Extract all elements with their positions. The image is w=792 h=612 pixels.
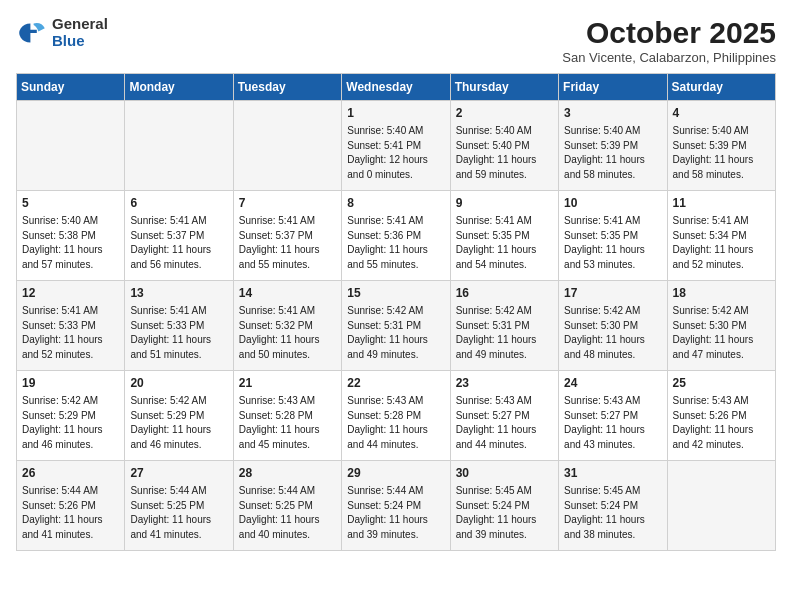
day-number: 25 [673,375,770,392]
day-info: Daylight: 11 hours [673,243,770,258]
day-number: 2 [456,105,553,122]
day-info: Sunset: 5:34 PM [673,229,770,244]
day-info: and 46 minutes. [22,438,119,453]
day-number: 10 [564,195,661,212]
calendar-cell: 31Sunrise: 5:45 AMSunset: 5:24 PMDayligh… [559,461,667,551]
day-number: 9 [456,195,553,212]
day-info: and 53 minutes. [564,258,661,273]
calendar-cell: 17Sunrise: 5:42 AMSunset: 5:30 PMDayligh… [559,281,667,371]
day-number: 23 [456,375,553,392]
day-info: Sunset: 5:35 PM [564,229,661,244]
day-number: 3 [564,105,661,122]
day-info: Sunrise: 5:43 AM [673,394,770,409]
day-info: Daylight: 11 hours [673,423,770,438]
weekday-header: Wednesday [342,74,450,101]
day-info: Sunrise: 5:42 AM [130,394,227,409]
day-info: Daylight: 11 hours [22,423,119,438]
day-info: Daylight: 11 hours [564,243,661,258]
day-number: 16 [456,285,553,302]
day-info: Sunset: 5:28 PM [347,409,444,424]
calendar-cell: 22Sunrise: 5:43 AMSunset: 5:28 PMDayligh… [342,371,450,461]
day-info: and 42 minutes. [673,438,770,453]
calendar-cell: 13Sunrise: 5:41 AMSunset: 5:33 PMDayligh… [125,281,233,371]
day-info: Sunrise: 5:40 AM [347,124,444,139]
day-info: Sunrise: 5:42 AM [564,304,661,319]
calendar-cell: 26Sunrise: 5:44 AMSunset: 5:26 PMDayligh… [17,461,125,551]
day-number: 30 [456,465,553,482]
calendar-cell: 18Sunrise: 5:42 AMSunset: 5:30 PMDayligh… [667,281,775,371]
day-info: Daylight: 11 hours [239,243,336,258]
calendar-cell: 3Sunrise: 5:40 AMSunset: 5:39 PMDaylight… [559,101,667,191]
day-number: 14 [239,285,336,302]
day-info: and 49 minutes. [456,348,553,363]
day-info: Sunset: 5:25 PM [239,499,336,514]
day-info: Sunset: 5:40 PM [456,139,553,154]
day-info: and 44 minutes. [456,438,553,453]
day-info: Sunrise: 5:42 AM [456,304,553,319]
day-info: Sunrise: 5:41 AM [130,304,227,319]
calendar-header: SundayMondayTuesdayWednesdayThursdayFrid… [17,74,776,101]
day-number: 28 [239,465,336,482]
calendar-cell: 7Sunrise: 5:41 AMSunset: 5:37 PMDaylight… [233,191,341,281]
day-info: Sunrise: 5:41 AM [130,214,227,229]
weekday-header: Tuesday [233,74,341,101]
day-info: Sunset: 5:32 PM [239,319,336,334]
day-info: Sunrise: 5:41 AM [239,304,336,319]
day-info: Daylight: 11 hours [130,243,227,258]
day-number: 21 [239,375,336,392]
day-info: and 54 minutes. [456,258,553,273]
weekday-header: Thursday [450,74,558,101]
calendar-cell: 29Sunrise: 5:44 AMSunset: 5:24 PMDayligh… [342,461,450,551]
calendar-cell: 10Sunrise: 5:41 AMSunset: 5:35 PMDayligh… [559,191,667,281]
day-info: and 48 minutes. [564,348,661,363]
calendar-week-row: 19Sunrise: 5:42 AMSunset: 5:29 PMDayligh… [17,371,776,461]
day-info: Sunset: 5:27 PM [456,409,553,424]
day-info: and 40 minutes. [239,528,336,543]
day-info: Sunset: 5:31 PM [347,319,444,334]
calendar-cell: 28Sunrise: 5:44 AMSunset: 5:25 PMDayligh… [233,461,341,551]
day-info: Sunset: 5:26 PM [673,409,770,424]
calendar-cell: 24Sunrise: 5:43 AMSunset: 5:27 PMDayligh… [559,371,667,461]
day-info: Sunrise: 5:41 AM [456,214,553,229]
day-info: Sunrise: 5:44 AM [130,484,227,499]
day-info: Daylight: 11 hours [239,513,336,528]
day-info: Sunrise: 5:43 AM [347,394,444,409]
page-header: General Blue October 2025 San Vicente, C… [16,16,776,65]
day-info: Sunset: 5:31 PM [456,319,553,334]
weekday-row: SundayMondayTuesdayWednesdayThursdayFrid… [17,74,776,101]
day-number: 5 [22,195,119,212]
weekday-header: Friday [559,74,667,101]
day-info: and 51 minutes. [130,348,227,363]
day-info: Sunrise: 5:40 AM [22,214,119,229]
day-info: Daylight: 11 hours [564,333,661,348]
day-info: and 52 minutes. [22,348,119,363]
day-info: Sunrise: 5:42 AM [22,394,119,409]
day-info: Daylight: 11 hours [564,423,661,438]
day-info: Sunrise: 5:43 AM [564,394,661,409]
day-info: Sunset: 5:41 PM [347,139,444,154]
day-info: Sunrise: 5:41 AM [347,214,444,229]
day-info: Sunrise: 5:40 AM [673,124,770,139]
calendar-cell: 14Sunrise: 5:41 AMSunset: 5:32 PMDayligh… [233,281,341,371]
day-info: Daylight: 11 hours [130,333,227,348]
day-info: Sunset: 5:30 PM [564,319,661,334]
day-info: Sunrise: 5:42 AM [673,304,770,319]
day-info: Sunset: 5:24 PM [347,499,444,514]
calendar-cell [667,461,775,551]
day-info: Daylight: 12 hours [347,153,444,168]
day-info: and 43 minutes. [564,438,661,453]
calendar-week-row: 1Sunrise: 5:40 AMSunset: 5:41 PMDaylight… [17,101,776,191]
calendar-week-row: 26Sunrise: 5:44 AMSunset: 5:26 PMDayligh… [17,461,776,551]
calendar-cell: 5Sunrise: 5:40 AMSunset: 5:38 PMDaylight… [17,191,125,281]
day-info: Daylight: 11 hours [564,513,661,528]
calendar-cell [233,101,341,191]
day-info: Sunset: 5:29 PM [22,409,119,424]
calendar-cell: 25Sunrise: 5:43 AMSunset: 5:26 PMDayligh… [667,371,775,461]
day-info: Daylight: 11 hours [22,243,119,258]
day-info: Sunrise: 5:41 AM [239,214,336,229]
day-info: Daylight: 11 hours [673,333,770,348]
day-info: Sunset: 5:26 PM [22,499,119,514]
day-info: Daylight: 11 hours [239,333,336,348]
day-info: Sunset: 5:39 PM [673,139,770,154]
calendar-cell: 9Sunrise: 5:41 AMSunset: 5:35 PMDaylight… [450,191,558,281]
